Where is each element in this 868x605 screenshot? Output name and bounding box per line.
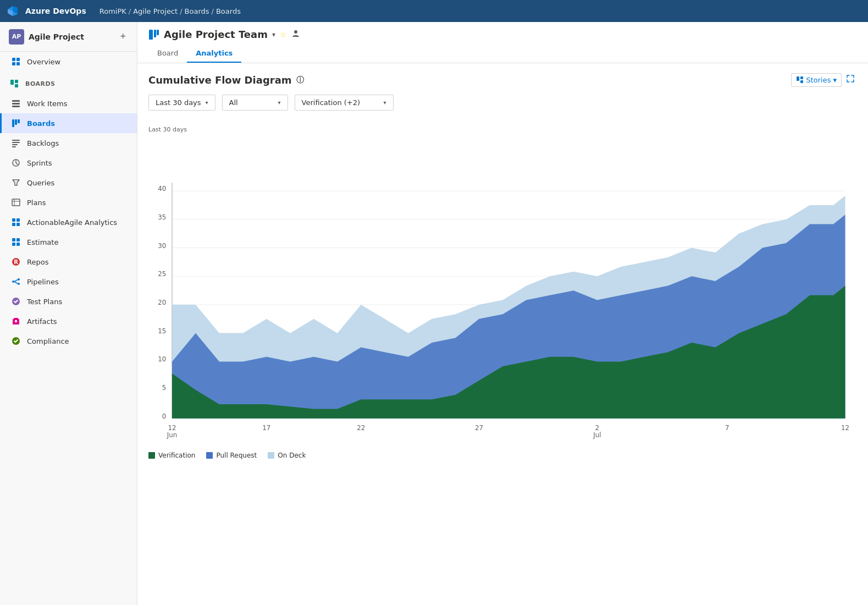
sidebar-item-label: Queries [27,179,54,187]
stories-icon [796,76,804,84]
svg-text:17: 17 [262,424,270,432]
sidebar-item-test-plans[interactable]: Test Plans [0,292,137,311]
svg-rect-18 [12,144,18,145]
sidebar-item-backlogs[interactable]: Backlogs [0,133,137,153]
boards-section-icon [9,78,20,89]
all-filter[interactable]: All ▾ [222,95,288,111]
sidebar-boards-section-label: Boards [25,80,55,87]
sidebar-item-label: Repos [27,258,48,266]
expand-button[interactable] [844,72,857,87]
legend-label-verification: Verification [158,452,195,459]
tab-board[interactable]: Board [148,45,187,63]
info-icon[interactable]: ⓘ [296,75,304,85]
date-range-filter[interactable]: Last 30 days ▾ [148,95,215,111]
svg-point-47 [294,30,297,34]
svg-rect-31 [16,243,20,246]
tab-analytics[interactable]: Analytics [187,45,241,63]
breadcrumb-romipk[interactable]: RomiPK [99,7,126,15]
filters: Last 30 days ▾ All ▾ Verification (+2) ▾ [148,95,857,111]
artifacts-icon [10,316,21,327]
repos-icon: R [10,256,21,267]
team-title-row: Agile Project Team ▾ ☆ [148,29,857,40]
svg-rect-6 [16,62,20,65]
sidebar-item-actionable[interactable]: ActionableAgile Analytics [0,212,137,232]
svg-text:Jul: Jul [593,431,601,439]
sidebar-item-overview[interactable]: Overview [0,52,137,72]
sprints-icon [10,157,21,168]
svg-rect-5 [12,62,15,65]
work-items-icon [10,98,21,109]
topbar: Azure DevOps RomiPK / Agile Project / Bo… [0,0,868,22]
cumulative-flow-chart: 0 5 10 15 20 25 30 35 40 [148,135,857,443]
sidebar-item-plans[interactable]: Plans [0,193,137,212]
legend-verification: Verification [148,452,195,459]
breadcrumb: RomiPK / Agile Project / Boards / Boards [99,7,241,15]
svg-rect-27 [16,223,20,226]
svg-rect-3 [12,58,15,61]
test-plans-icon [10,296,21,307]
svg-rect-14 [15,119,17,125]
svg-rect-24 [12,218,15,222]
chart-container: Last 30 days 0 5 10 15 20 25 30 35 40 [148,122,857,464]
stories-dropdown[interactable]: Stories ▾ [791,73,842,87]
team-person-icon[interactable] [291,29,300,40]
sidebar-item-work-items[interactable]: Work Items [0,94,137,113]
svg-rect-50 [800,80,803,83]
legend-pull-request: Pull Request [206,452,257,459]
breadcrumb-boards[interactable]: Boards [185,7,209,15]
sidebar-item-estimate[interactable]: Estimate [0,232,137,252]
sidebar-item-compliance[interactable]: Compliance [0,331,137,351]
legend-label-pull-request: Pull Request [216,452,257,459]
svg-rect-15 [18,119,20,123]
topbar-title: Azure DevOps [25,7,86,15]
svg-rect-8 [15,80,18,83]
svg-rect-13 [12,119,14,127]
svg-text:35: 35 [158,213,166,221]
sidebar-item-queries[interactable]: Queries [0,173,137,193]
chart-legend: Verification Pull Request On Deck [148,452,857,459]
svg-rect-29 [16,238,20,241]
estimate-icon [10,237,21,248]
sidebar-item-label: Overview [27,58,60,66]
sidebar-item-label: Boards [27,119,55,128]
sidebar-item-label: Compliance [27,337,69,345]
project-name: Agile Project [29,32,84,41]
svg-rect-28 [12,238,15,241]
analytics-content: Stories ▾ Cumulative Flow Diagram ⓘ Last… [137,63,868,605]
legend-color-pull-request [206,452,213,459]
svg-text:12: 12 [841,424,849,432]
svg-point-36 [18,283,20,285]
breadcrumb-agile-project[interactable]: Agile Project [133,7,178,15]
queries-icon [10,177,21,188]
stories-label: Stories [806,76,831,84]
sidebar-item-artifacts[interactable]: Artifacts [0,311,137,331]
svg-rect-19 [12,146,16,147]
add-button[interactable]: + [118,29,128,45]
sidebar: AP Agile Project + Overview Boards [0,22,137,605]
team-star-icon[interactable]: ☆ [280,30,287,39]
sidebar-item-boards[interactable]: Boards [0,113,137,133]
svg-text:0: 0 [162,413,167,420]
svg-text:20: 20 [158,299,166,306]
sidebar-item-pipelines[interactable]: Pipelines [0,272,137,292]
sidebar-item-label: Pipelines [27,278,59,286]
main-content: Agile Project Team ▾ ☆ Board Analytics [137,22,868,605]
svg-rect-9 [15,84,18,87]
svg-text:Jun: Jun [167,431,177,439]
verification-filter-label: Verification (+2) [302,98,360,107]
avatar: AP [9,29,24,45]
breadcrumb-boards2[interactable]: Boards [216,7,241,15]
sidebar-header: AP Agile Project + [0,22,137,52]
stories-chevron-icon: ▾ [833,76,837,84]
svg-text:7: 7 [725,424,729,432]
verification-filter[interactable]: Verification (+2) ▾ [295,95,394,111]
sidebar-item-repos[interactable]: R Repos [0,252,137,272]
team-chevron-icon[interactable]: ▾ [272,31,275,38]
sidebar-item-sprints[interactable]: Sprints [0,153,137,173]
backlogs-icon [10,138,21,148]
svg-text:22: 22 [357,424,365,432]
svg-text:30: 30 [158,242,166,250]
chart-wrapper: 0 5 10 15 20 25 30 35 40 [148,135,857,445]
svg-rect-45 [154,30,156,37]
svg-text:15: 15 [158,327,166,335]
